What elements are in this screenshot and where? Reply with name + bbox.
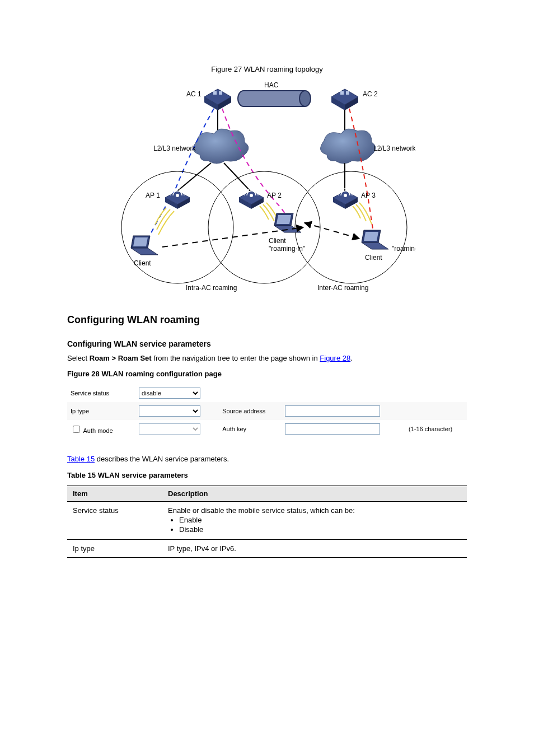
svg-rect-13 [340, 91, 344, 95]
label-auth-mode: Auth mode [83, 427, 113, 434]
wlan-params-table: Item Description Service statusEnable or… [67, 486, 467, 558]
table-row-desc: Enable or disable the mobile service sta… [162, 501, 467, 539]
svg-rect-8 [213, 91, 217, 95]
label-ac2: AC 2 [363, 90, 378, 98]
svg-marker-36 [131, 248, 158, 255]
svg-marker-37 [133, 237, 148, 246]
svg-point-30 [250, 194, 253, 197]
svg-marker-43 [364, 232, 378, 241]
label-ap1: AP 1 [146, 192, 160, 199]
col-description: Description [162, 486, 467, 501]
hint-auth-key: (1-16 character) [406, 420, 467, 438]
label-source-address: Source address [219, 402, 282, 420]
svg-marker-39 [274, 226, 301, 232]
table-row-item: Service status [67, 501, 162, 539]
svg-marker-42 [362, 242, 388, 249]
input-source-address[interactable] [285, 405, 380, 417]
table15-title: Table 15 WLAN service parameters [67, 470, 467, 481]
svg-point-22 [295, 171, 407, 283]
svg-point-4 [299, 91, 311, 106]
label-client3: Client [365, 254, 382, 262]
figure28-caption: Figure 28 WLAN roaming configuration pag… [67, 368, 467, 380]
select-service-status[interactable]: disable [139, 388, 200, 399]
figure27-caption: Figure 27 WLAN roaming topology [67, 64, 467, 75]
select-ip-type[interactable] [139, 405, 200, 417]
svg-point-34 [344, 194, 347, 197]
label-hac: HAC [264, 82, 279, 89]
checkbox-auth-mode[interactable] [73, 426, 80, 433]
label-ap3: AP 3 [361, 192, 376, 199]
svg-rect-14 [346, 91, 349, 95]
table-row-item: Ip type [67, 539, 162, 557]
label-client2: Client [269, 237, 286, 245]
figure28-link[interactable]: Figure 28 [320, 354, 350, 362]
table15-intro: Table 15 describes the WLAN service para… [67, 454, 467, 465]
svc-section-title: Configuring WLAN service parameters [67, 339, 467, 348]
label-l2l3-2: L2/L3 network [373, 144, 415, 152]
svg-line-17 [177, 163, 211, 191]
label-service-status: Service status [67, 384, 135, 402]
label-roaming-out: "roaming-out" [392, 245, 415, 253]
svg-rect-1 [243, 91, 305, 106]
label-roaming-in: "roaming-in" [269, 245, 305, 253]
col-item: Item [67, 486, 162, 501]
wlan-config-panel: Service status disable Ip type Source ad… [67, 384, 467, 438]
network-diagram: AC 1 HAC AC 2 L2/L3 network L2/L3 networ… [119, 82, 415, 296]
label-ac1: AC 1 [186, 90, 202, 98]
label-intra-ac: Intra-AC roaming [186, 284, 237, 292]
select-auth-mode[interactable] [139, 423, 200, 435]
label-auth-key: Auth key [219, 420, 282, 438]
checkbox-auth-mode-wrap[interactable]: Auth mode [71, 427, 113, 434]
label-ap2: AP 2 [267, 192, 282, 199]
label-l2l3-1: L2/L3 network [153, 144, 196, 152]
label-inter-ac: Inter-AC roaming [317, 284, 368, 292]
roaming-section-title: Configuring WLAN roaming [67, 314, 467, 326]
input-auth-key[interactable] [285, 423, 380, 435]
svg-line-45 [305, 223, 359, 239]
nav-path: Select Roam > Roam Set from the navigati… [67, 353, 467, 364]
svg-line-18 [224, 163, 250, 191]
svg-marker-40 [277, 215, 291, 224]
label-client1: Client [134, 259, 151, 267]
svg-rect-9 [219, 91, 222, 95]
table15-link[interactable]: Table 15 [67, 455, 95, 463]
label-ip-type: Ip type [67, 402, 135, 420]
svg-point-26 [176, 194, 179, 197]
table-row-desc: IP type, IPv4 or IPv6. [162, 539, 467, 557]
table15-body: Service statusEnable or disable the mobi… [67, 501, 467, 557]
